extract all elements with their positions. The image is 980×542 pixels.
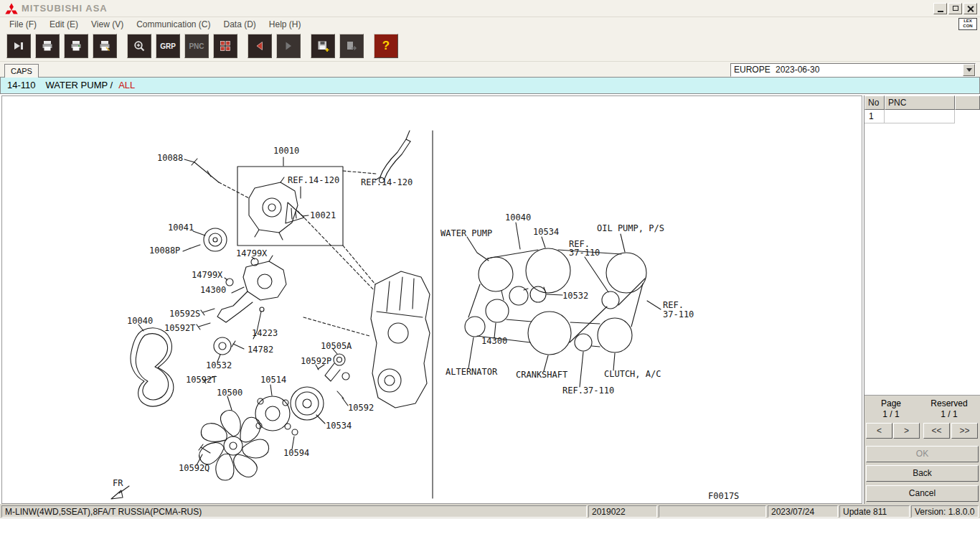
diagram-part-label[interactable]: REF. xyxy=(663,300,684,310)
diagram-part-label[interactable]: 10534 xyxy=(326,421,352,431)
page-value: 1 / 1 xyxy=(864,409,918,419)
diagram-part-label[interactable]: 10534 xyxy=(533,227,559,237)
diagram-part-label[interactable]: REF.14-120 xyxy=(361,177,413,187)
help-question-icon: ? xyxy=(382,39,390,53)
status-model: M-LINW(4WD,5SEAT),8FA/T RUSSIA(PCMA-RUS) xyxy=(1,505,587,518)
print-button[interactable] xyxy=(35,34,60,58)
menu-view[interactable]: View (V) xyxy=(85,19,130,29)
grp-label: GRP xyxy=(160,42,176,50)
back-nav-button[interactable]: Back xyxy=(866,465,979,482)
back-button[interactable] xyxy=(248,34,272,58)
zoom-button[interactable] xyxy=(127,34,151,58)
diagram-part-label[interactable]: 10021 xyxy=(310,210,336,220)
grp-button[interactable]: GRP xyxy=(156,34,180,58)
diagram-part-label[interactable]: 10532 xyxy=(562,291,588,301)
dropdown-arrow-button[interactable] xyxy=(963,64,975,76)
table-row[interactable]: 1 xyxy=(864,110,980,123)
diagram-part-label[interactable]: REF.37-110 xyxy=(562,386,614,396)
arrow-right-icon xyxy=(282,39,295,52)
diagram-part-label[interactable]: 10592Q xyxy=(179,463,209,473)
save-button[interactable] xyxy=(311,34,335,58)
diagram-part-label[interactable]: 10532 xyxy=(206,360,232,370)
pnc-grid-button[interactable] xyxy=(213,34,237,58)
diagram-part-label[interactable]: REF.14-120 xyxy=(288,175,339,185)
diagram-part-label[interactable]: 10500 xyxy=(217,388,242,398)
parts-panel: No PNC 1 Page Reserved 1 / 1 1 / 1 < > <… xyxy=(864,95,980,504)
diagram-part-label[interactable]: 14223 xyxy=(252,328,278,338)
diagram-part-label[interactable]: OIL PUMP, P/S xyxy=(597,223,664,233)
diagram-part-label[interactable]: 10514 xyxy=(260,375,286,385)
diagram-part-label[interactable]: CLUTCH, A/C xyxy=(604,369,661,379)
diagram-part-label[interactable]: 14799X xyxy=(192,270,222,280)
column-header-filler xyxy=(955,95,980,110)
tab-caps[interactable]: CAPS xyxy=(4,64,39,78)
menu-file[interactable]: File (F) xyxy=(3,19,43,29)
toolbar: GRP PNC xyxy=(0,31,980,62)
menu-communication[interactable]: Communication (C) xyxy=(130,19,217,29)
last-page-button[interactable]: >> xyxy=(951,423,978,439)
diagram-part-label[interactable]: 10505A xyxy=(321,341,352,351)
diagram-part-label[interactable]: 14782 xyxy=(248,345,273,355)
cell-pnc xyxy=(885,110,955,123)
minimize-icon xyxy=(938,11,943,12)
page-label: Page xyxy=(864,398,918,408)
print-setup-button[interactable] xyxy=(93,34,117,58)
diagram-part-label[interactable]: 10592T xyxy=(186,375,217,385)
chevron-down-icon xyxy=(966,68,972,72)
diagram-part-label[interactable]: WATER PUMP xyxy=(440,228,492,238)
ok-button[interactable]: OK xyxy=(866,446,979,462)
region-select[interactable]: EUROPE 2023-06-30 xyxy=(730,63,976,77)
mitsubishi-logo-icon xyxy=(4,1,19,16)
status-code: 2019022 xyxy=(588,505,657,518)
diagram-part-label[interactable]: F0017S xyxy=(708,491,739,501)
next-page-button[interactable]: > xyxy=(893,423,920,439)
diagram-part-label[interactable]: 10041 xyxy=(168,223,194,233)
diagram-part-label[interactable]: 37-110 xyxy=(569,248,600,258)
print-preview-button[interactable] xyxy=(64,34,88,58)
diagram-part-label[interactable]: 10040 xyxy=(127,316,153,326)
menu-help[interactable]: Help (H) xyxy=(263,19,308,29)
nav-jump-button[interactable] xyxy=(6,34,31,58)
diagram-part-label[interactable]: 10010 xyxy=(273,146,299,156)
diagram-part-label[interactable]: 10592T xyxy=(164,323,195,333)
close-icon xyxy=(967,5,974,12)
section-scope: ALL xyxy=(118,80,135,90)
diagram-part-label[interactable]: 10594 xyxy=(283,448,309,458)
menu-edit[interactable]: Edit (E) xyxy=(43,19,85,29)
restore-button[interactable] xyxy=(948,3,962,14)
column-header-no: No xyxy=(864,95,885,110)
reserved-label: Reserved xyxy=(918,398,980,408)
cancel-button[interactable]: Cancel xyxy=(866,485,979,502)
export-button[interactable] xyxy=(339,34,364,58)
diagram-part-label[interactable]: 14799X xyxy=(236,248,267,258)
minimize-button[interactable] xyxy=(933,3,947,14)
diagram-part-label[interactable]: 10088P xyxy=(149,246,180,256)
forward-button[interactable] xyxy=(276,34,301,58)
menu-data[interactable]: Data (D) xyxy=(217,19,263,29)
play-bar-icon xyxy=(12,39,25,52)
zoom-in-icon xyxy=(133,39,146,52)
page-values-row: 1 / 1 1 / 1 xyxy=(864,409,980,419)
status-version: Version: 1.8.0.0 xyxy=(911,505,979,518)
pnc-button[interactable]: PNC xyxy=(184,34,209,58)
diagram-part-label[interactable]: 10088 xyxy=(157,153,183,163)
help-button[interactable]: ? xyxy=(374,34,398,58)
diagram-part-label[interactable]: 10592S xyxy=(169,309,200,319)
page-labels-row: Page Reserved xyxy=(864,398,980,408)
diagram-part-label[interactable]: 10592P xyxy=(301,356,331,366)
close-button[interactable] xyxy=(963,3,977,14)
diagram-part-label[interactable]: 14300 xyxy=(481,336,507,346)
diagram-part-label[interactable]: 14300 xyxy=(200,285,226,295)
first-page-button[interactable]: << xyxy=(923,423,950,439)
section-header: 14-110WATER PUMP /ALL xyxy=(0,78,980,94)
diagram-part-label[interactable]: FR xyxy=(113,478,123,488)
diagram-part-label[interactable]: CRANKSHAFT xyxy=(516,370,567,380)
prev-page-button[interactable]: < xyxy=(866,423,892,439)
cell-no: 1 xyxy=(864,110,885,123)
diagram-part-label[interactable]: 10040 xyxy=(505,212,531,223)
diagram-part-label[interactable]: 10592 xyxy=(348,403,374,413)
window-controls xyxy=(932,3,977,14)
region-date: 2023-06-30 xyxy=(776,64,819,76)
diagram-part-label[interactable]: ALTERNATOR xyxy=(446,367,497,377)
diagram-part-label[interactable]: 37-110 xyxy=(663,309,694,319)
